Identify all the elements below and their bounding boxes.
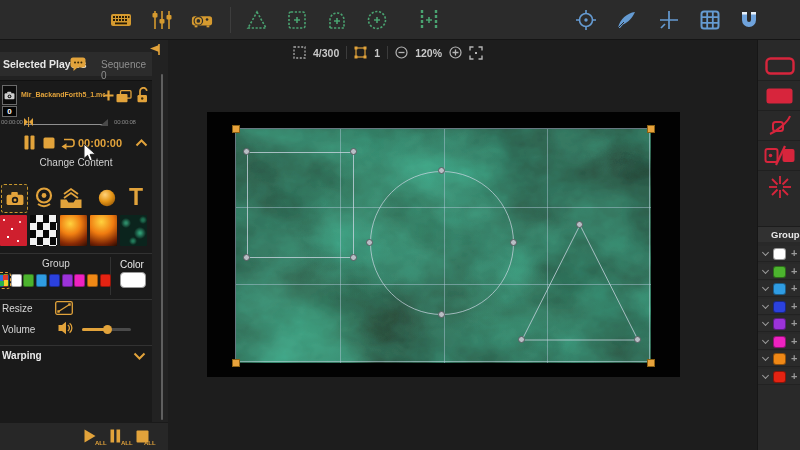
timeline-end-marker[interactable]: [100, 119, 108, 126]
faders-icon[interactable]: [151, 9, 173, 31]
sequence-tab[interactable]: Sequence 0: [101, 59, 152, 81]
shape-handle[interactable]: [438, 311, 445, 318]
add-to-group-icon[interactable]: +: [791, 317, 797, 329]
group-color-chip[interactable]: [773, 318, 786, 330]
content-type-camera[interactable]: [1, 184, 28, 213]
group-color-chip[interactable]: [773, 248, 786, 260]
circle-screen-add-icon[interactable]: [366, 9, 388, 31]
add-to-group-icon[interactable]: +: [791, 282, 797, 294]
speaker-icon[interactable]: [58, 321, 73, 335]
group-swatch[interactable]: [62, 274, 73, 287]
grid-icon[interactable]: [699, 9, 721, 31]
rectangle-screen-add-icon[interactable]: [286, 9, 308, 31]
shape-handle[interactable]: [518, 336, 525, 343]
volume-slider[interactable]: [82, 328, 131, 331]
webcam-icon[interactable]: [34, 187, 54, 210]
add-to-group-icon[interactable]: +: [791, 335, 797, 347]
shape-handle[interactable]: [438, 167, 445, 174]
group-color-chip[interactable]: [773, 353, 786, 365]
surface-corner-handle[interactable]: [647, 125, 655, 133]
thumbnail-fire-gradient[interactable]: [60, 215, 87, 246]
add-to-group-icon[interactable]: +: [791, 300, 797, 312]
tool-rect-outline[interactable]: [758, 52, 800, 81]
expand-chevron-icon[interactable]: [133, 352, 146, 360]
shape-handle[interactable]: [243, 148, 250, 155]
selection-frame-icon[interactable]: [354, 46, 367, 59]
group-swatch[interactable]: [23, 274, 34, 287]
shape-handle[interactable]: [350, 148, 357, 155]
stop-button[interactable]: [43, 137, 55, 149]
thumbnail-checkerboard[interactable]: [30, 215, 57, 246]
chevron-down-icon[interactable]: [762, 319, 769, 326]
play-all-button[interactable]: ALL: [84, 429, 108, 448]
group-swatch[interactable]: [0, 274, 9, 287]
text-icon[interactable]: T: [126, 185, 146, 209]
shape-handle[interactable]: [366, 239, 373, 246]
add-to-group-icon[interactable]: +: [791, 370, 797, 382]
feather-icon[interactable]: [615, 9, 637, 31]
group-color-chip[interactable]: [773, 371, 786, 383]
resize-icon[interactable]: [55, 301, 73, 315]
surface-corner-handle[interactable]: [647, 359, 655, 367]
thumbnail-red-sparkle[interactable]: [0, 215, 27, 246]
group-color-chip[interactable]: [773, 266, 786, 278]
keyboard-icon[interactable]: [110, 9, 132, 31]
player-thumbnail[interactable]: [2, 85, 17, 105]
thumbnail-fire-gradient-2[interactable]: [90, 215, 117, 246]
fit-view-icon[interactable]: [469, 46, 483, 60]
left-panel-scrollbar[interactable]: [161, 74, 163, 420]
layers-icon[interactable]: [116, 90, 132, 103]
group-swatch[interactable]: [36, 274, 47, 287]
stop-all-button[interactable]: ALL: [136, 429, 160, 448]
tool-starburst[interactable]: [758, 172, 800, 201]
video-surface[interactable]: [235, 128, 650, 362]
pause-all-button[interactable]: ALL: [110, 429, 134, 448]
shape-handle[interactable]: [576, 221, 583, 228]
chevron-down-icon[interactable]: [762, 249, 769, 256]
triangle-shape[interactable]: [236, 129, 651, 363]
group-swatch[interactable]: [74, 274, 85, 287]
pause-button[interactable]: [24, 135, 35, 150]
add-to-group-icon[interactable]: +: [791, 247, 797, 259]
shape-handle[interactable]: [510, 239, 517, 246]
group-color-chip[interactable]: [773, 283, 786, 295]
projector-icon[interactable]: [191, 9, 213, 31]
thumbnail-teal-smoke[interactable]: [120, 215, 147, 246]
timeline-playhead[interactable]: [24, 117, 34, 127]
marquee-icon[interactable]: [293, 46, 306, 59]
timeline-track[interactable]: [24, 124, 108, 125]
group-color-chip[interactable]: [773, 336, 786, 348]
player-filename[interactable]: Mir_BackandForth5_1.mov: [21, 91, 105, 98]
volume-knob[interactable]: [103, 325, 112, 334]
tool-split-rects[interactable]: [758, 142, 800, 171]
arch-screen-add-icon[interactable]: [326, 9, 348, 31]
comment-icon[interactable]: [70, 57, 87, 72]
collapse-chevron-icon[interactable]: [135, 139, 148, 147]
zoom-out-icon[interactable]: [395, 46, 408, 59]
chevron-down-icon[interactable]: [762, 371, 769, 378]
shape-handle[interactable]: [350, 254, 357, 261]
add-icon[interactable]: [103, 90, 114, 101]
target-icon[interactable]: [575, 9, 597, 31]
lock-open-icon[interactable]: [136, 87, 149, 103]
group-swatch[interactable]: [49, 274, 60, 287]
sphere-icon[interactable]: [98, 189, 116, 207]
triangle-screen-icon[interactable]: [246, 9, 268, 31]
group-swatch[interactable]: [11, 274, 22, 287]
chevron-down-icon[interactable]: [762, 336, 769, 343]
add-to-group-icon[interactable]: +: [791, 352, 797, 364]
add-to-group-icon[interactable]: +: [791, 265, 797, 277]
chevron-down-icon[interactable]: [762, 266, 769, 273]
group-swatch[interactable]: [87, 274, 98, 287]
group-swatch[interactable]: [100, 274, 111, 287]
chevron-down-icon[interactable]: [762, 284, 769, 291]
zoom-in-icon[interactable]: [449, 46, 462, 59]
magnet-icon[interactable]: [738, 9, 760, 31]
surface-corner-handle[interactable]: [232, 359, 240, 367]
surface-corner-handle[interactable]: [232, 125, 240, 133]
tool-orbit-shape[interactable]: [758, 112, 800, 141]
chevron-down-icon[interactable]: [762, 301, 769, 308]
chevron-down-icon[interactable]: [762, 354, 769, 361]
stack-inbox-icon[interactable]: [59, 187, 83, 210]
filmstrip-add-icon[interactable]: [418, 9, 440, 31]
